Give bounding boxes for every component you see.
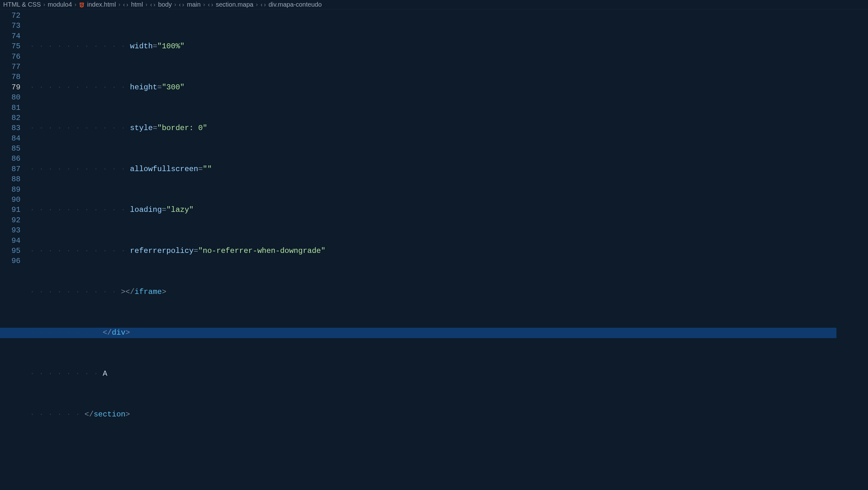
- line-number: 96: [0, 256, 21, 266]
- line-number: 72: [0, 11, 21, 21]
- breadcrumb-item[interactable]: HTML & CSS: [3, 1, 41, 8]
- code-line[interactable]: · · · · · · · · · · · loading="lazy": [30, 205, 836, 215]
- line-number: 84: [0, 133, 21, 144]
- minimap[interactable]: [836, 9, 868, 490]
- line-number: 78: [0, 72, 21, 82]
- code-area[interactable]: · · · · · · · · · · · width="100%" · · ·…: [30, 9, 836, 490]
- breadcrumb-item[interactable]: html: [131, 1, 143, 8]
- line-number: 79: [0, 83, 21, 92]
- line-number: 83: [0, 123, 21, 133]
- line-number: 77: [0, 62, 21, 72]
- line-number: 91: [0, 205, 21, 215]
- code-line[interactable]: · · · · · · · · · · · width="100%": [30, 41, 836, 52]
- breadcrumb-bar: HTML & CSS › modulo4 › index.html › html…: [0, 0, 868, 9]
- chevron-right-icon: ›: [203, 1, 205, 8]
- line-number: 95: [0, 246, 21, 256]
- chevron-right-icon: ›: [174, 1, 176, 8]
- outline-icon: [123, 1, 128, 8]
- code-editor[interactable]: 7273747576777879808182838485868788899091…: [0, 9, 868, 490]
- outline-icon: [150, 1, 156, 8]
- chevron-right-icon: ›: [146, 1, 147, 8]
- html5-icon: [79, 1, 85, 8]
- code-line[interactable]: · · · · · · · · A: [30, 369, 836, 379]
- outline-icon: [179, 1, 184, 8]
- breadcrumb-item[interactable]: div.mapa-conteudo: [269, 1, 322, 8]
- outline-icon: [260, 1, 266, 8]
- outline-icon: [208, 1, 213, 8]
- code-line[interactable]: · · · · · · · · · · · height="300": [30, 83, 836, 92]
- code-line[interactable]: · · · · · · · · · · ></iframe>: [30, 287, 836, 297]
- line-number: 85: [0, 144, 21, 154]
- chevron-right-icon: ›: [74, 1, 76, 8]
- chevron-right-icon: ›: [256, 1, 258, 8]
- line-number-gutter: 7273747576777879808182838485868788899091…: [0, 9, 30, 490]
- chevron-right-icon: ›: [118, 1, 120, 8]
- line-number: 80: [0, 92, 21, 102]
- line-number: 94: [0, 236, 21, 246]
- line-number: 87: [0, 164, 21, 174]
- breadcrumb-item[interactable]: modulo4: [48, 1, 72, 8]
- breadcrumb-item[interactable]: index.html: [87, 1, 116, 8]
- code-line[interactable]: [30, 451, 836, 461]
- code-line[interactable]: · · · · · · · · · · · allowfullscreen="": [30, 164, 836, 174]
- line-number: 75: [0, 41, 21, 52]
- line-number: 89: [0, 185, 21, 195]
- line-number: 74: [0, 31, 21, 41]
- code-line[interactable]: · · · · · · · · · · · style="border: 0": [30, 123, 836, 133]
- code-line[interactable]: · · · · · · </section>: [30, 409, 836, 420]
- code-line-highlighted[interactable]: · · · · · · · · </div>: [30, 328, 836, 338]
- chevron-right-icon: ›: [43, 1, 45, 8]
- line-number: 92: [0, 215, 21, 225]
- code-line[interactable]: · · · · · · · · · · · referrerpolicy="no…: [30, 246, 836, 256]
- line-number: 90: [0, 195, 21, 205]
- line-number: 76: [0, 52, 21, 62]
- line-number: 93: [0, 225, 21, 236]
- line-number: 88: [0, 174, 21, 184]
- line-number: 86: [0, 154, 21, 164]
- line-number: 82: [0, 113, 21, 123]
- breadcrumb-item[interactable]: main: [187, 1, 200, 8]
- line-number: 81: [0, 103, 21, 113]
- breadcrumb-item[interactable]: section.mapa: [216, 1, 253, 8]
- line-number: 73: [0, 21, 21, 31]
- breadcrumb-item[interactable]: body: [158, 1, 172, 8]
